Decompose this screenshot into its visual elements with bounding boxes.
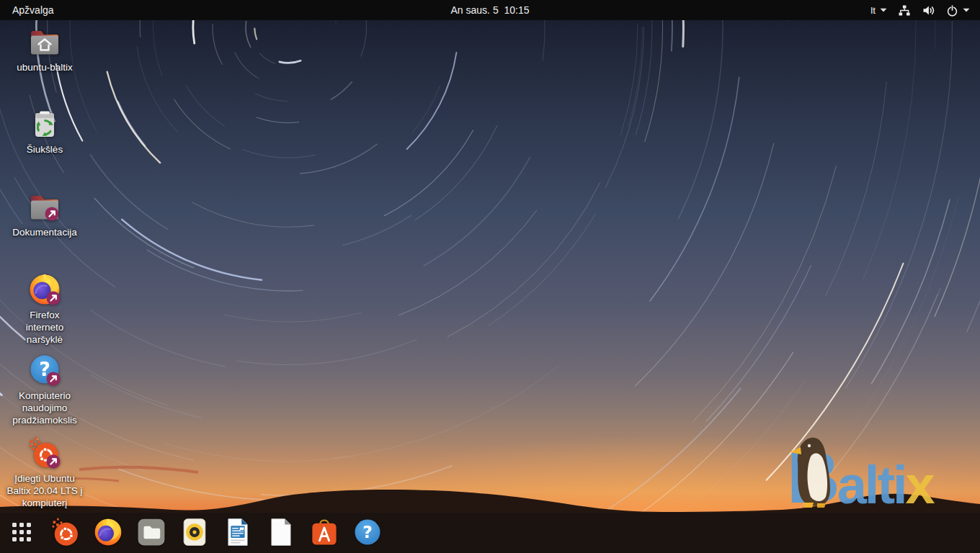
power-icon bbox=[946, 4, 958, 17]
trash-icon bbox=[27, 107, 62, 141]
top-bar: Apžvalga An saus. 5 10:15 lt bbox=[0, 0, 980, 20]
clock-button[interactable]: An saus. 5 10:15 bbox=[451, 4, 530, 16]
libreoffice-writer-icon bbox=[223, 517, 253, 549]
ubuntu-software-icon bbox=[309, 517, 339, 549]
libreoffice-start-center-icon bbox=[266, 517, 296, 549]
desktop-icon-help[interactable]: ? Kompiuterio naudojimo pradžiamokslis bbox=[3, 353, 86, 426]
desktop-icon-label: Šiukšlės bbox=[27, 143, 63, 156]
dock-files-button[interactable] bbox=[135, 513, 167, 553]
chevron-down-icon bbox=[963, 8, 970, 12]
desktop-icon-label: Firefox interneto naršyklė bbox=[14, 309, 75, 346]
desktop-icon-label: Kompiuterio naudojimo pradžiamokslis bbox=[4, 390, 85, 426]
dock-show-applications-button[interactable] bbox=[6, 513, 37, 553]
dock-help-button[interactable]: ? bbox=[352, 513, 383, 553]
dock-ubuntu-software-button[interactable] bbox=[308, 513, 340, 553]
file-manager-icon bbox=[136, 517, 166, 549]
folder-link-icon bbox=[27, 189, 62, 224]
dock-rhythmbox-button[interactable] bbox=[179, 513, 210, 553]
system-status-area: lt bbox=[870, 0, 980, 20]
dock-libreoffice-button[interactable] bbox=[265, 513, 297, 553]
svg-text:?: ? bbox=[362, 521, 373, 541]
desktop-screen: Baltix Apžvalga An saus. 5 10:15 lt bbox=[0, 0, 980, 553]
desktop-icon-label: ubuntu-baltix bbox=[17, 61, 72, 73]
keyboard-layout-label: lt bbox=[870, 5, 876, 16]
rhythmbox-icon bbox=[179, 517, 210, 549]
baltix-menu-icon bbox=[49, 516, 81, 550]
chevron-down-icon bbox=[880, 8, 887, 12]
keyboard-layout-button[interactable]: lt bbox=[870, 5, 887, 16]
firefox-link-icon bbox=[27, 272, 62, 307]
dock: ? bbox=[0, 513, 980, 553]
firefox-icon bbox=[93, 517, 123, 549]
penguin-icon bbox=[788, 433, 846, 508]
logo-letter-x: x bbox=[906, 462, 935, 510]
desktop-icon-ubuntu-baltix[interactable]: ubuntu-baltix bbox=[3, 24, 86, 73]
dock-firefox-button[interactable] bbox=[92, 513, 124, 553]
network-wired-icon[interactable] bbox=[898, 4, 911, 17]
activities-button[interactable]: Apžvalga bbox=[0, 0, 66, 20]
volume-icon[interactable] bbox=[922, 4, 935, 17]
desktop-icon-trash[interactable]: Šiukšlės bbox=[3, 107, 86, 156]
app-grid-icon bbox=[11, 521, 32, 545]
desktop-icon-label: Dokumentacija bbox=[12, 226, 76, 238]
desktop-icon-install-ubuntu-baltix[interactable]: Įdiegti Ubuntu Baltix 20.04 LTS į kompiu… bbox=[3, 436, 86, 509]
help-link-icon: ? bbox=[27, 353, 62, 387]
ubuntu-installer-link-icon bbox=[27, 436, 62, 470]
baltix-logo: Baltix bbox=[787, 429, 973, 510]
home-folder-icon bbox=[27, 24, 62, 59]
desktop-icon-label: Įdiegti Ubuntu Baltix 20.04 LTS į kompiu… bbox=[3, 472, 86, 509]
desktop-icon-documentation[interactable]: Dokumentacija bbox=[3, 189, 86, 238]
help-icon: ? bbox=[352, 517, 383, 549]
desktop-icon-firefox[interactable]: Firefox interneto naršyklė bbox=[3, 272, 86, 346]
system-menu-button[interactable] bbox=[946, 4, 970, 17]
logo-letters-alti: alti bbox=[837, 462, 906, 510]
dock-libreoffice-writer-button[interactable] bbox=[222, 513, 254, 553]
dock-baltix-menu-button[interactable] bbox=[49, 513, 81, 553]
